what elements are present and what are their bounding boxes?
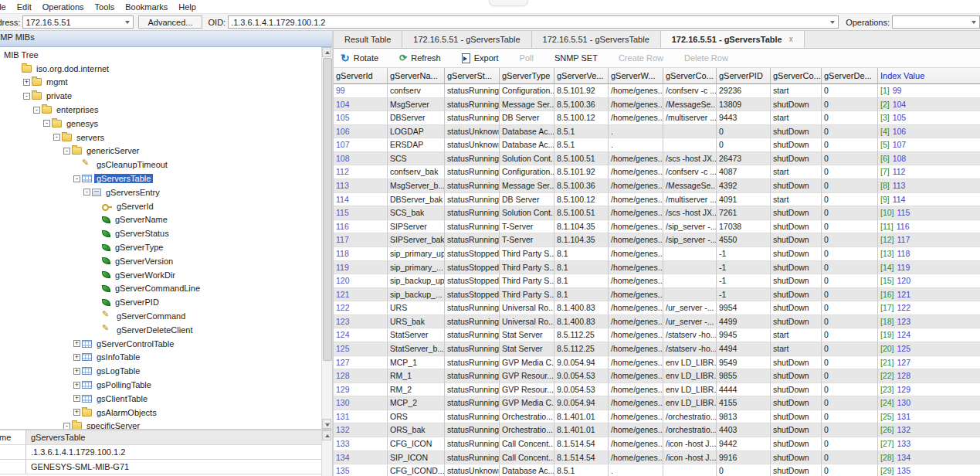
table-cell[interactable]: 4444 [717, 383, 771, 397]
table-cell[interactable]: /confserv -c ... [663, 165, 717, 179]
cell-index-value[interactable]: [25]131 [878, 410, 980, 424]
table-cell[interactable]: /home/genes... [609, 220, 663, 234]
table-cell[interactable]: 8.1.104.35 [554, 220, 609, 234]
tab-172-16-5-51-gserverstable-2[interactable]: 172.16.5.51 - gServersTable [532, 31, 661, 48]
table-cell[interactable]: MsgServer [388, 98, 445, 112]
cell-index-value[interactable]: [2]104 [878, 98, 980, 112]
tree-node-gserverstable[interactable]: -gServersTable [0, 172, 321, 185]
table-cell[interactable]: shutDown [771, 233, 822, 247]
table-cell[interactable]: MCP_1 [388, 356, 445, 370]
table-cell[interactable]: T-Server [500, 220, 554, 234]
tree-node-mgmt[interactable]: +mgmt [0, 76, 321, 90]
tree-node-gserverid[interactable]: gServerId [0, 199, 321, 213]
table-cell[interactable]: Orchestratio... [500, 410, 554, 424]
scrollbar-thumb[interactable] [323, 58, 332, 361]
table-cell[interactable]: env LD_LIBR... [663, 356, 717, 370]
cell-index-value[interactable]: [24]130 [878, 396, 980, 410]
menu-bookmarks[interactable]: Bookmarks [120, 2, 173, 12]
tree-node-genericserver[interactable]: -genericServer [0, 144, 321, 158]
table-cell[interactable]: sip_primary_up [388, 247, 445, 261]
table-cell[interactable]: . [609, 464, 663, 476]
table-cell[interactable]: statusRunning [445, 84, 500, 98]
tree-node-gserverworkdir[interactable]: gServerWorkDir [0, 268, 321, 282]
table-cell[interactable]: 8.5.112.25 [554, 328, 609, 342]
collapse-icon[interactable]: - [53, 134, 60, 141]
table-cell[interactable]: statusRunning [445, 356, 500, 370]
table-cell[interactable]: -1 [717, 261, 771, 275]
cell-gserverid[interactable]: 128 [334, 369, 388, 383]
table-cell[interactable]: statusUnknown [445, 464, 500, 476]
cell-gserverid[interactable]: 118 [334, 247, 388, 261]
table-cell[interactable]: statusRunning [445, 328, 500, 342]
column-header-gserverst[interactable]: gServerSt... [445, 68, 500, 84]
properties-scrollbar[interactable] [321, 430, 332, 476]
collapse-icon[interactable]: - [33, 107, 40, 114]
tree-node-iso-org-dod-internet[interactable]: iso.org.dod.internet [0, 62, 321, 76]
table-cell[interactable]: statusStopped [445, 247, 500, 261]
tree-node-mib-tree[interactable]: MIB Tree [0, 48, 321, 62]
tree-node-gserversentry[interactable]: -gServersEntry [0, 185, 321, 199]
tree-node-enterprises[interactable]: -enterprises [0, 103, 321, 117]
table-cell[interactable]: 4392 [717, 179, 771, 193]
table-cell[interactable]: 9.0.054.94 [554, 396, 609, 410]
table-cell[interactable]: 8.1.401.01 [554, 410, 609, 424]
cell-index-value[interactable]: [12]117 [878, 233, 980, 247]
table-cell[interactable]: SIP_ICON [388, 451, 445, 465]
table-cell[interactable]: 0 [822, 165, 878, 179]
table-cell[interactable]: T-Server [500, 233, 554, 247]
table-cell[interactable]: shutDown [771, 464, 822, 476]
table-cell[interactable]: /ur_server -... [663, 301, 717, 315]
table-cell[interactable]: 8.1 [554, 274, 609, 288]
table-cell[interactable]: /home/genes... [609, 410, 663, 424]
scroll-down-icon[interactable] [322, 419, 331, 429]
table-cell[interactable]: 4550 [717, 233, 771, 247]
table-cell[interactable]: statusUnknown [445, 125, 500, 139]
table-cell[interactable]: -1 [717, 288, 771, 302]
cell-gserverid[interactable]: 124 [334, 328, 388, 342]
tree-node-private[interactable]: -private [0, 89, 321, 103]
table-cell[interactable]: SIPServer_bak [388, 233, 445, 247]
table-cell[interactable]: env LD_LIBR... [663, 369, 717, 383]
table-cell[interactable]: 0 [822, 111, 878, 125]
cell-gserverid[interactable]: 134 [334, 451, 388, 465]
table-cell[interactable]: /sip_server -... [663, 220, 717, 234]
cell-gserverid[interactable]: 133 [334, 437, 388, 451]
table-cell[interactable]: 8.5.1 [554, 138, 609, 152]
table-cell[interactable] [663, 138, 717, 152]
table-cell[interactable]: statusRunning [445, 423, 500, 437]
table-cell[interactable]: /home/genes... [609, 396, 663, 410]
cell-gserverid[interactable]: 117 [334, 233, 388, 247]
table-cell[interactable]: /home/genes... [609, 111, 663, 125]
cell-gserverid[interactable]: 129 [334, 383, 388, 397]
cell-gserverid[interactable]: 107 [334, 138, 388, 152]
cell-index-value[interactable]: [16]121 [878, 288, 980, 302]
advanced-button[interactable]: Advanced... [138, 15, 202, 29]
table-cell[interactable]: 0 [822, 437, 878, 451]
collapse-icon[interactable]: - [83, 189, 90, 196]
collapse-icon[interactable]: - [63, 423, 70, 429]
table-cell[interactable]: statusRunning [445, 179, 500, 193]
cell-gserverid[interactable]: 122 [334, 301, 388, 315]
table-cell[interactable]: statusStopped [445, 261, 500, 275]
table-cell[interactable]: URS [388, 301, 445, 315]
table-cell[interactable]: 0 [822, 84, 878, 98]
table-cell[interactable]: /home/genes... [609, 84, 663, 98]
cell-index-value[interactable]: [21]127 [878, 356, 980, 370]
table-cell[interactable]: 9443 [717, 111, 771, 125]
table-cell[interactable]: 26473 [717, 152, 771, 166]
menu-tools[interactable]: Tools [90, 2, 120, 12]
cell-index-value[interactable]: [22]128 [878, 369, 980, 383]
table-cell[interactable]: 8.1.400.83 [554, 301, 609, 315]
table-cell[interactable]: /statserv -ho... [663, 342, 717, 356]
table-cell[interactable]: shutDown [771, 451, 822, 465]
table-cell[interactable]: Third Party S... [500, 274, 554, 288]
table-cell[interactable]: statusRunning [445, 98, 500, 112]
table-cell[interactable]: /home/genes... [609, 451, 663, 465]
table-cell[interactable]: GVP Media C... [500, 356, 554, 370]
table-cell[interactable]: /home/genes... [609, 165, 663, 179]
table-cell[interactable]: SIPServer [388, 220, 445, 234]
cell-gserverid[interactable]: 115 [334, 206, 388, 220]
cell-gserverid[interactable]: 130 [334, 396, 388, 410]
cell-gserverid[interactable]: 105 [334, 111, 388, 125]
column-header-gserverde[interactable]: gServerDe... [822, 68, 878, 84]
